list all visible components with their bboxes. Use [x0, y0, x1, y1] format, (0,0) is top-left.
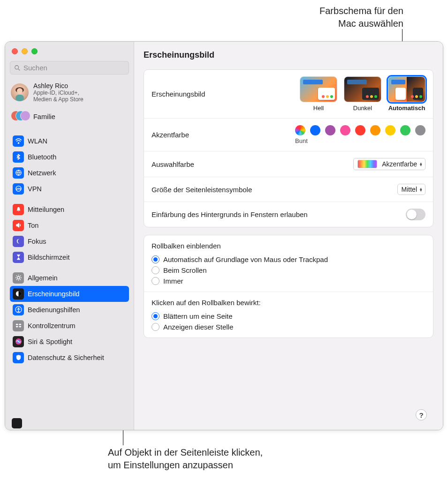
appearance-option-dark[interactable]: Dunkel [344, 76, 381, 112]
radio-label: Immer [163, 277, 183, 285]
svg-rect-16 [19, 326, 21, 328]
moon-icon [13, 236, 24, 247]
privacy-icon [13, 352, 24, 363]
page-title: Erscheinungsbild [144, 50, 433, 60]
scrollbars-options-option-2[interactable]: Immer [152, 277, 425, 285]
accessibility-icon [13, 304, 24, 315]
radio-label: Anzeigen dieser Stelle [163, 323, 233, 331]
annotation-top: Farbschema für den Mac auswählen [319, 5, 403, 30]
appearance-label: Erscheinungsbild [152, 90, 205, 98]
sidebar-item-ton[interactable]: Ton [10, 218, 129, 233]
sidebar-item-siri[interactable]: Siri & Spotlight [10, 334, 129, 350]
family-row[interactable]: Familie [10, 108, 129, 128]
svg-point-4 [17, 88, 23, 94]
sidebar-icon-size-select[interactable]: Mittel ▴▾ [397, 184, 425, 195]
family-avatars [11, 111, 29, 123]
sidebar-item-datenschutz[interactable]: Datenschutz & Sicherheit [10, 350, 129, 366]
svg-point-9 [17, 277, 20, 279]
sidebar-item-label: Datenschutz & Sicherheit [28, 354, 104, 361]
sidebar-item-label: Ton [28, 222, 38, 229]
fullscreen-button[interactable] [31, 48, 38, 54]
highlight-value: Akzentfarbe [382, 160, 417, 168]
sidebar-icon-size-label: Größe der Seitenleistensymbole [152, 186, 252, 194]
vpn-icon: VPN [13, 183, 24, 195]
radio-label: Beim Scrollen [163, 266, 207, 274]
sidebar-item-mitteilungen[interactable]: Mitteilungen [10, 202, 129, 218]
hourglass-icon [13, 252, 24, 263]
sidebar-icon-size-row: Größe der Seitenleistensymbole Mittel ▴▾ [144, 177, 433, 202]
radio-icon [152, 277, 159, 285]
bell-icon [13, 204, 24, 215]
accent-color-8[interactable] [415, 125, 425, 135]
wallpaper-tint-label: Einfärbung des Hintergrunds in Fenstern … [152, 210, 308, 218]
accent-color-0[interactable] [295, 125, 305, 135]
sidebar-item-fokus[interactable]: Fokus [10, 233, 129, 249]
sidebar: Suchen Ashley Rico Apple-ID, iCloud+, Me… [5, 42, 134, 430]
radio-icon [152, 323, 159, 331]
accent-color-5[interactable] [370, 125, 380, 135]
scrollbars-options-option-0[interactable]: Automatisch auf Grundlage von Maus oder … [152, 255, 425, 263]
siri-icon [13, 336, 24, 347]
appearance-option-light[interactable]: Hell [300, 76, 337, 112]
sidebar-item-label: Mitteilungen [28, 206, 64, 213]
sidebar-item-netzwerk[interactable]: Netzwerk [10, 165, 129, 181]
highlight-row: Auswahlfarbe Akzentfarbe ▴▾ [144, 151, 433, 177]
accent-color-2[interactable] [325, 125, 335, 135]
sidebar-item-bluetooth[interactable]: Bluetooth [10, 149, 129, 165]
sidebar-item-bedienungshilfen[interactable]: Bedienungshilfen [10, 302, 129, 318]
wallpaper-tint-toggle[interactable] [406, 209, 425, 220]
search-placeholder: Suchen [23, 64, 47, 72]
sidebar-item-vpn[interactable]: VPNVPN [10, 181, 129, 197]
help-button[interactable]: ? [416, 409, 427, 420]
sidebar-item-label: VPN [28, 185, 42, 193]
family-label: Familie [33, 113, 55, 120]
account-name: Ashley Rico [33, 82, 84, 90]
svg-line-1 [18, 69, 20, 70]
sidebar-item-label: Kontrollzentrum [28, 322, 76, 330]
accent-color-4[interactable] [355, 125, 365, 135]
svg-point-0 [15, 65, 19, 69]
search-input[interactable]: Suchen [10, 61, 129, 75]
accent-label: Akzentfarbe [152, 131, 189, 139]
close-button[interactable] [12, 48, 18, 54]
accent-color-3[interactable] [340, 125, 350, 135]
gear-icon [13, 272, 24, 284]
scroll-click-heading: Klicken auf den Rollbalken bewirkt: [152, 299, 425, 307]
appearance-option-label: Dunkel [344, 105, 381, 112]
sidebar-item-label: Erscheinungsbild [28, 290, 79, 298]
appearance-option-label: Automatisch [388, 105, 425, 112]
svg-rect-14 [19, 324, 21, 325]
apple-id-row[interactable]: Ashley Rico Apple-ID, iCloud+, Medien & … [10, 80, 129, 108]
settings-window: Suchen Ashley Rico Apple-ID, iCloud+, Me… [5, 41, 443, 430]
sidebar-item-kontrollzentrum[interactable]: Kontrollzentrum [10, 318, 129, 334]
scrollbars-row: Rollbalken einblenden Automatisch auf Gr… [144, 235, 433, 292]
truncated-icon [12, 418, 22, 428]
scrollbars-options-option-1[interactable]: Beim Scrollen [152, 266, 425, 274]
sound-icon [13, 220, 24, 231]
minimize-button[interactable] [22, 48, 28, 54]
svg-rect-13 [15, 324, 18, 325]
scrollclick-options-option-1[interactable]: Anzeigen dieser Stelle [152, 323, 425, 331]
sidebar-item-erscheinungsbild[interactable]: Erscheinungsbild [10, 286, 129, 302]
accent-color-7[interactable] [400, 125, 410, 135]
accent-color-1[interactable] [310, 125, 320, 135]
sidebar-item-wlan[interactable]: WLAN [10, 133, 129, 149]
sidebar-item-allgemein[interactable]: Allgemein [10, 270, 129, 286]
svg-rect-5 [15, 95, 24, 101]
wallpaper-tint-row: Einfärbung des Hintergrunds in Fenstern … [144, 202, 433, 227]
account-subline2: Medien & App Store [33, 96, 84, 103]
scrollbars-heading: Rollbalken einblenden [152, 242, 425, 250]
svg-point-12 [18, 308, 19, 309]
accent-color-6[interactable] [385, 125, 395, 135]
sidebar-item-label: Bedienungshilfen [28, 306, 80, 314]
scrollclick-options-option-0[interactable]: Blättern um eine Seite [152, 312, 425, 320]
sidebar-item-label: WLAN [28, 137, 47, 145]
highlight-select[interactable]: Akzentfarbe ▴▾ [353, 158, 425, 170]
accent-caption: Bunt [295, 137, 425, 144]
bluetooth-icon [13, 151, 24, 163]
sidebar-item-bildschirmzeit[interactable]: Bildschirmzeit [10, 249, 129, 265]
radio-icon [152, 266, 159, 274]
radio-label: Blättern um eine Seite [163, 312, 233, 320]
main-content: Erscheinungsbild Erscheinungsbild HellDu… [134, 42, 443, 430]
appearance-option-auto[interactable]: Automatisch [388, 76, 425, 112]
